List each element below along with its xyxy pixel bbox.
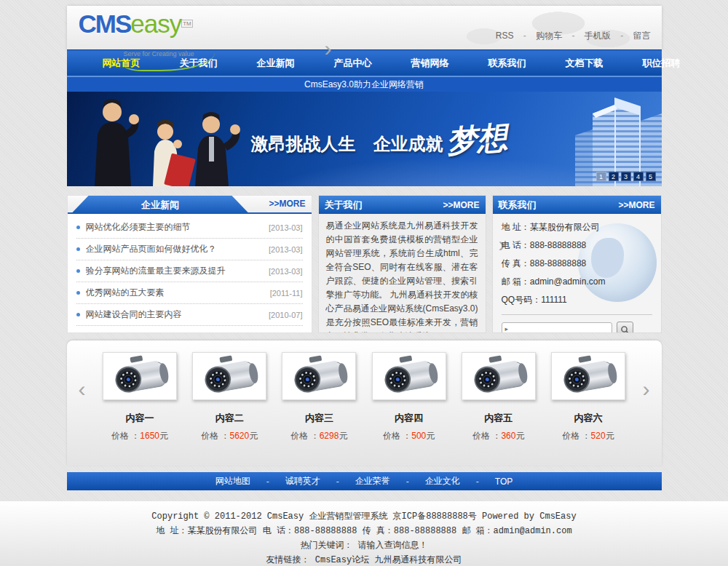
product-name[interactable]: 内容一: [98, 412, 183, 425]
footer-link-jobs[interactable]: 诚聘英才: [285, 475, 320, 487]
pager-1[interactable]: 1: [596, 172, 606, 181]
footer-separator: -: [266, 477, 269, 487]
product-list: 内容一 价格 ：1650元 内容二 价格 ：5620元: [98, 352, 631, 442]
hero-banner[interactable]: 激昂挑战人生 企业成就梦想 1 2 3 4 5: [67, 92, 662, 186]
contact-title-wrap: ›联系我们: [499, 199, 537, 212]
nav-item-jobs[interactable]: 职位招聘: [623, 57, 700, 70]
price-label: 价格 ：: [290, 431, 319, 441]
footer-separator: -: [476, 477, 479, 487]
link-mobile[interactable]: 手机版: [585, 31, 611, 41]
contact-body: 地 址：某某股份有限公司 电 话：888-88888888 传 真：888-88…: [493, 214, 661, 333]
copyright-section: Copyright © 2011-2012 CmsEasy 企业营销型管理系统 …: [0, 501, 728, 566]
product-card: 内容二 价格 ：5620元: [187, 352, 272, 442]
news-item[interactable]: 优秀网站的五大要素 [2011-11]: [76, 282, 303, 304]
copyright-line-2: 地 址：某某股份有限公司 电 话：888-88888888 传 真：888-88…: [0, 524, 728, 538]
logo-trademark: TM: [181, 20, 193, 28]
contact-panel: ›联系我们 >>MORE 地 址：某某股份有限公司 电 话：888-888888…: [492, 195, 662, 333]
site-header: CMSeasyTM Serve for Creating value RSS -…: [67, 6, 662, 49]
footer-link-honor[interactable]: 企业荣誉: [355, 475, 390, 487]
price-unit: 元: [339, 431, 347, 441]
news-item[interactable]: 验分享网站的流量最主要来源及提升 [2013-03]: [76, 260, 303, 282]
cctv-camera-image: [374, 354, 444, 398]
logo-text-cms: CMS: [79, 9, 131, 38]
about-more-link[interactable]: >>MORE: [443, 200, 479, 210]
product-image[interactable]: [192, 352, 266, 400]
nav-item-downloads[interactable]: 文档下载: [546, 57, 623, 70]
product-name[interactable]: 内容五: [456, 412, 541, 425]
product-name[interactable]: 内容六: [545, 412, 630, 425]
news-item-date: [2011-11]: [270, 289, 303, 298]
site-logo[interactable]: CMSeasyTM Serve for Creating value: [79, 10, 215, 71]
price-value: 6298: [320, 431, 339, 441]
footer-link-culture[interactable]: 企业文化: [425, 475, 460, 487]
contact-qq: QQ号码：111111: [502, 291, 652, 309]
news-item[interactable]: 网站建设合同的主要内容 [2010-07]: [76, 304, 303, 326]
copyright-line-1: Copyright © 2011-2012 CmsEasy 企业营销型管理系统 …: [0, 509, 728, 524]
bullet-icon: [76, 269, 80, 273]
announcement-bar: CmsEasy3.0助力企业网络营销: [67, 77, 662, 92]
price-value: 5620: [230, 431, 250, 441]
carousel-next-arrow[interactable]: ›: [643, 378, 650, 400]
contact-header: ›联系我们 >>MORE: [493, 196, 661, 214]
news-item-title[interactable]: 验分享网站的流量最主要来源及提升: [86, 265, 269, 277]
link-rss[interactable]: RSS: [496, 31, 514, 41]
product-price: 价格 ：360元: [456, 430, 541, 442]
product-price: 价格 ：6298元: [277, 430, 362, 442]
footer-link-sitemap[interactable]: 网站地图: [215, 475, 250, 487]
search-button[interactable]: [617, 322, 633, 333]
pager-2[interactable]: 2: [609, 172, 619, 181]
news-item-title[interactable]: 企业网站产品页面如何做好优化？: [86, 243, 269, 255]
product-image[interactable]: [103, 352, 177, 400]
nav-item-contact[interactable]: 联系我们: [469, 57, 546, 70]
search-bar: ▸: [502, 322, 652, 333]
product-card: 内容四 价格 ：500元: [366, 352, 451, 442]
product-image[interactable]: [282, 352, 356, 400]
news-item[interactable]: 企业网站产品页面如何做好优化？ [2013-03]: [76, 239, 303, 260]
nav-item-news[interactable]: 企业新闻: [237, 57, 314, 70]
search-input[interactable]: [502, 322, 612, 334]
news-more-link[interactable]: >>MORE: [269, 199, 305, 209]
search-icon: [620, 325, 630, 334]
link-separator: -: [523, 31, 526, 41]
header-quick-links: RSS - 购物车 - 手机版 - 留言: [492, 30, 654, 42]
news-item-title[interactable]: 网站建设合同的主要内容: [86, 308, 269, 321]
contact-more-link[interactable]: >>MORE: [618, 200, 654, 210]
price-label: 价格 ：: [472, 431, 501, 441]
footer-nav: 网站地图 - 诚聘英才 - 企业荣誉 - 企业文化 - TOP: [67, 472, 662, 490]
news-item-title[interactable]: 优秀网站的五大要素: [86, 287, 270, 299]
contact-address: 地 址：某某股份有限公司: [502, 218, 652, 236]
cctv-camera-image: [553, 354, 623, 398]
product-image[interactable]: [551, 352, 625, 400]
contact-email: 邮 箱：admin@admin.com: [502, 273, 652, 291]
link-message[interactable]: 留言: [633, 31, 651, 41]
price-label: 价格 ：: [383, 431, 411, 441]
news-panel: 企业新闻 >>MORE 网站优化必须要主要的细节 [2013-03] 企业网站产…: [67, 195, 312, 333]
product-image[interactable]: [372, 352, 446, 400]
footer-link-top[interactable]: TOP: [495, 477, 513, 487]
banner-slogan: 激昂挑战人生 企业成就梦想: [251, 119, 507, 160]
news-item-title[interactable]: 网站优化必须要主要的细节: [86, 221, 269, 234]
product-carousel: ‹ › 内容一 价格 ：1650元: [67, 340, 662, 466]
copyright-line-3: 热门关键词： 请输入查询信息！: [0, 538, 728, 553]
news-item[interactable]: 网站优化必须要主要的细节 [2013-03]: [76, 217, 303, 239]
pager-3[interactable]: 3: [621, 172, 631, 181]
price-value: 500: [411, 431, 426, 441]
product-name[interactable]: 内容四: [366, 412, 451, 425]
pager-4[interactable]: 4: [633, 172, 644, 181]
product-name[interactable]: 内容三: [277, 412, 362, 425]
product-image[interactable]: [462, 352, 536, 400]
slogan-text: 激昂挑战人生 企业成就: [251, 134, 443, 154]
cctv-camera-image: [105, 354, 175, 398]
product-card: 内容三 价格 ：6298元: [277, 352, 362, 442]
cctv-camera-image: [194, 354, 264, 398]
news-item-date: [2013-03]: [269, 267, 302, 276]
news-item-date: [2013-03]: [269, 223, 302, 232]
slogan-highlight: 梦想: [444, 116, 509, 162]
pager-5[interactable]: 5: [646, 172, 656, 181]
nav-item-marketing[interactable]: 营销网络: [392, 57, 469, 70]
product-name[interactable]: 内容二: [187, 412, 272, 425]
link-cart[interactable]: 购物车: [536, 31, 562, 41]
worldmap-watermark: [385, 6, 633, 49]
bullet-icon: [76, 226, 80, 229]
carousel-prev-arrow[interactable]: ‹: [79, 378, 86, 400]
